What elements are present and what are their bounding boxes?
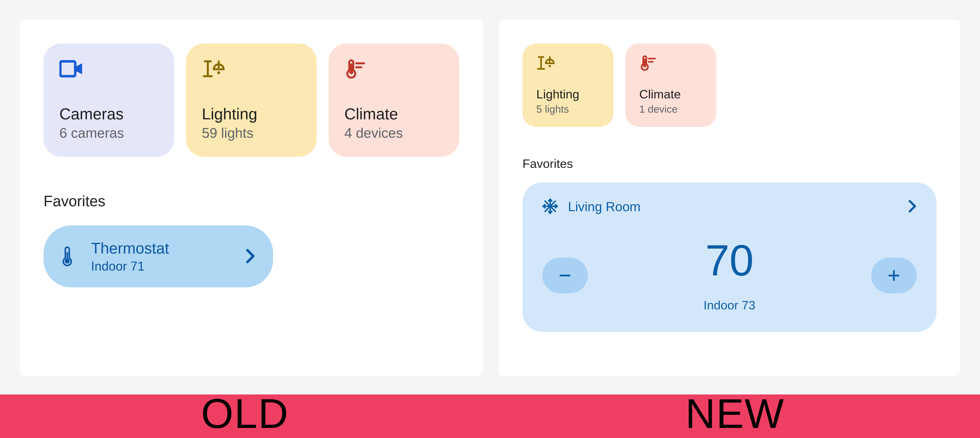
tile-lighting-old-title: Lighting — [202, 105, 301, 123]
thermostat-icon — [639, 56, 705, 77]
thermometer-icon — [61, 245, 77, 268]
thermostat-title: Thermostat — [91, 239, 232, 257]
thermostat-icon — [344, 59, 443, 89]
living-room-name: Living Room — [568, 199, 898, 214]
svg-rect-7 — [67, 252, 68, 260]
tile-lighting-old-subtitle: 59 lights — [202, 125, 301, 141]
tile-cameras-subtitle: 6 cameras — [59, 125, 158, 141]
new-panel: Lighting 5 lights Climate — [499, 20, 960, 376]
favorites-heading-old: Favorites — [43, 193, 459, 210]
temperature-display: 70 Indoor 73 — [588, 239, 871, 312]
chevron-right-icon — [245, 248, 255, 265]
living-room-controls: 70 Indoor 73 — [542, 239, 917, 312]
tile-climate-new-title: Climate — [639, 87, 705, 101]
thermostat-card-old[interactable]: Thermostat Indoor 71 — [43, 225, 273, 287]
favorites-heading-new: Favorites — [522, 156, 937, 170]
snowflake-icon — [542, 198, 558, 215]
lamp-icon — [536, 56, 601, 77]
thermostat-text: Thermostat Indoor 71 — [91, 239, 232, 274]
comparison-bar: OLD NEW — [0, 395, 980, 438]
living-room-card[interactable]: Living Room 70 Indoor 73 — [522, 183, 937, 332]
setpoint-value: 70 — [588, 239, 871, 282]
thermostat-subtitle: Indoor 71 — [91, 259, 232, 274]
tile-climate-old-subtitle: 4 devices — [344, 125, 443, 141]
old-panel: Cameras 6 cameras — [20, 20, 483, 376]
tile-cameras-title: Cameras — [59, 105, 158, 123]
temperature-down-button[interactable] — [542, 258, 588, 293]
lamp-icon — [202, 59, 301, 89]
tile-climate-old-title: Climate — [344, 105, 443, 123]
camera-icon — [59, 59, 158, 89]
chevron-right-icon — [908, 199, 917, 214]
old-tile-row: Cameras 6 cameras — [43, 43, 459, 157]
svg-point-1 — [217, 71, 220, 74]
indoor-value: Indoor 73 — [588, 298, 871, 312]
tile-climate-new-subtitle: 1 device — [639, 103, 705, 115]
tile-lighting-new[interactable]: Lighting 5 lights — [522, 43, 614, 127]
tile-lighting-new-subtitle: 5 lights — [536, 103, 601, 115]
svg-rect-0 — [60, 61, 75, 76]
temperature-up-button[interactable] — [871, 258, 917, 293]
tile-climate-old[interactable]: Climate 4 devices — [329, 43, 459, 157]
label-old: OLD — [0, 395, 490, 438]
tile-cameras[interactable]: Cameras 6 cameras — [43, 43, 174, 157]
tile-lighting-new-title: Lighting — [536, 87, 601, 101]
living-room-header: Living Room — [542, 198, 917, 215]
new-tile-row: Lighting 5 lights Climate — [522, 43, 937, 127]
label-new: NEW — [490, 395, 980, 438]
svg-point-8 — [549, 65, 551, 67]
tile-climate-new[interactable]: Climate 1 device — [625, 43, 716, 127]
tile-lighting-old[interactable]: Lighting 59 lights — [186, 43, 317, 157]
